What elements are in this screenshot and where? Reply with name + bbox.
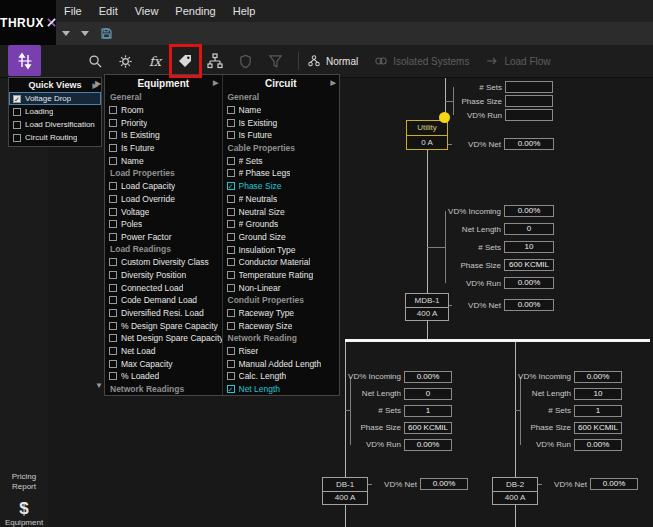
checkbox-item-manual-added-length[interactable]: Manual Added Length: [223, 357, 340, 370]
checkbox-icon[interactable]: [13, 108, 21, 116]
menu-help[interactable]: Help: [233, 5, 256, 17]
checkbox-item-calc-length[interactable]: Calc. Length: [223, 370, 340, 383]
checkbox-icon[interactable]: [227, 131, 235, 139]
checkbox-item-ground-size[interactable]: Ground Size: [223, 231, 340, 244]
checkbox-item-net-design-spare-capacity[interactable]: Net Design Spare Capacity: [105, 332, 222, 345]
checkbox-icon[interactable]: [227, 258, 235, 266]
checkbox-icon[interactable]: [109, 309, 117, 317]
formulas-button[interactable]: fx: [140, 47, 170, 75]
checkbox-item-diversified-resi-load[interactable]: Diversified Resi. Load: [105, 307, 222, 320]
chevron-down-icon[interactable]: [81, 31, 89, 36]
checkbox-icon[interactable]: [227, 322, 235, 330]
sidebar-item-pricing-report[interactable]: Pricing Report: [0, 472, 48, 492]
protection-button[interactable]: [230, 47, 260, 75]
checkbox-item-power-factor[interactable]: Power Factor: [105, 231, 222, 244]
checkbox-item-raceway-size[interactable]: Raceway Size: [223, 319, 340, 332]
checkbox-item-is-existing[interactable]: Is Existing: [223, 116, 340, 129]
checkbox-item-room[interactable]: Room: [105, 104, 222, 117]
checkbox-icon[interactable]: [109, 322, 117, 330]
menu-file[interactable]: File: [64, 5, 82, 17]
checkbox-icon[interactable]: [227, 284, 235, 292]
checkbox-icon[interactable]: [109, 106, 117, 114]
checkbox-item-circuit-routing[interactable]: Circuit Routing: [9, 131, 101, 144]
checkbox-checked-icon[interactable]: ✓: [227, 385, 235, 393]
checkbox-item--design-spare-capacity[interactable]: % Design Spare Capacity: [105, 319, 222, 332]
checkbox-item-conductor-material[interactable]: Conductor Material: [223, 256, 340, 269]
checkbox-icon[interactable]: [227, 347, 235, 355]
checkbox-checked-icon[interactable]: ✓: [13, 95, 21, 103]
checkbox-item-priority[interactable]: Priority: [105, 116, 222, 129]
checkbox-item-custom-diversity-class[interactable]: Custom Diversity Class: [105, 256, 222, 269]
checkbox-icon[interactable]: [227, 195, 235, 203]
move-tool-button[interactable]: [8, 45, 41, 76]
checkbox-icon[interactable]: [109, 220, 117, 228]
checkbox-icon[interactable]: [109, 233, 117, 241]
checkbox-item-connected-load[interactable]: Connected Load: [105, 281, 222, 294]
checkbox-icon[interactable]: [109, 144, 117, 152]
search-button[interactable]: [80, 47, 110, 75]
save-icon[interactable]: [100, 27, 113, 40]
sidebar-item-equipment-rates[interactable]: $ Equipment Rates: [0, 500, 48, 527]
checkbox-item-temperature-rating[interactable]: Temperature Rating: [223, 269, 340, 282]
scroll-down-icon[interactable]: ▼: [95, 381, 103, 390]
checkbox-icon[interactable]: [109, 119, 117, 127]
checkbox-icon[interactable]: [227, 271, 235, 279]
checkbox-item-insulation-type[interactable]: Insulation Type: [223, 243, 340, 256]
labels-button[interactable]: [170, 47, 200, 75]
checkbox-item-load-override[interactable]: Load Override: [105, 193, 222, 206]
menu-pending[interactable]: Pending: [175, 5, 215, 17]
checkbox-item--loaded[interactable]: % Loaded: [105, 370, 222, 383]
settings-button[interactable]: [110, 47, 140, 75]
checkbox-item--phase-legs[interactable]: # Phase Legs: [223, 167, 340, 180]
mode-normal-button[interactable]: Normal: [307, 54, 358, 68]
node-db-2[interactable]: DB-2 400 A: [492, 477, 538, 505]
checkbox-item-poles[interactable]: Poles: [105, 218, 222, 231]
node-db-1[interactable]: DB-1 400 A: [322, 477, 368, 505]
checkbox-icon[interactable]: [13, 134, 21, 142]
checkbox-item-is-future[interactable]: Is Future: [223, 129, 340, 142]
checkbox-icon[interactable]: [227, 169, 235, 177]
checkbox-item--neutrals[interactable]: # Neutrals: [223, 193, 340, 206]
menu-view[interactable]: View: [135, 5, 159, 17]
checkbox-icon[interactable]: [109, 131, 117, 139]
node-utility[interactable]: Utility 0 A: [406, 120, 448, 150]
checkbox-icon[interactable]: [109, 347, 117, 355]
riser-diagram-button[interactable]: [200, 47, 230, 75]
checkbox-checked-icon[interactable]: ✓: [227, 182, 235, 190]
checkbox-icon[interactable]: [227, 309, 235, 317]
checkbox-item-riser[interactable]: Riser: [223, 345, 340, 358]
checkbox-icon[interactable]: [109, 372, 117, 380]
checkbox-item-neutral-size[interactable]: Neutral Size: [223, 205, 340, 218]
checkbox-item-is-future[interactable]: Is Future: [105, 142, 222, 155]
checkbox-item-raceway-type[interactable]: Raceway Type: [223, 307, 340, 320]
checkbox-item-is-existing[interactable]: Is Existing: [105, 129, 222, 142]
checkbox-item-loading[interactable]: Loading: [9, 105, 101, 118]
checkbox-item--grounds[interactable]: # Grounds: [223, 218, 340, 231]
checkbox-item-load-capacity[interactable]: Load Capacity: [105, 180, 222, 193]
checkbox-icon[interactable]: [109, 258, 117, 266]
checkbox-item-voltage-drop[interactable]: ✓Voltage Drop: [9, 92, 101, 105]
checkbox-icon[interactable]: [109, 284, 117, 292]
checkbox-icon[interactable]: [227, 220, 235, 228]
checkbox-icon[interactable]: [109, 182, 117, 190]
checkbox-icon[interactable]: [109, 208, 117, 216]
chevron-down-icon[interactable]: [62, 31, 70, 36]
filter-button[interactable]: [260, 47, 290, 75]
checkbox-icon[interactable]: [227, 246, 235, 254]
checkbox-item-name[interactable]: Name: [105, 154, 222, 167]
checkbox-item-net-load[interactable]: Net Load: [105, 345, 222, 358]
checkbox-item-diversity-position[interactable]: Diversity Position: [105, 269, 222, 282]
checkbox-item-phase-size[interactable]: ✓Phase Size: [223, 180, 340, 193]
checkbox-icon[interactable]: [109, 157, 117, 165]
checkbox-item-max-capacity[interactable]: Max Capacity: [105, 357, 222, 370]
checkbox-icon[interactable]: [227, 372, 235, 380]
checkbox-icon[interactable]: [109, 296, 117, 304]
checkbox-icon[interactable]: [227, 119, 235, 127]
checkbox-icon[interactable]: [13, 121, 21, 129]
menu-edit[interactable]: Edit: [99, 5, 118, 17]
checkbox-icon[interactable]: [109, 334, 117, 342]
checkbox-item-load-diversification[interactable]: Load Diversification: [9, 118, 101, 131]
checkbox-icon[interactable]: [227, 106, 235, 114]
checkbox-icon[interactable]: [109, 195, 117, 203]
checkbox-icon[interactable]: [227, 208, 235, 216]
